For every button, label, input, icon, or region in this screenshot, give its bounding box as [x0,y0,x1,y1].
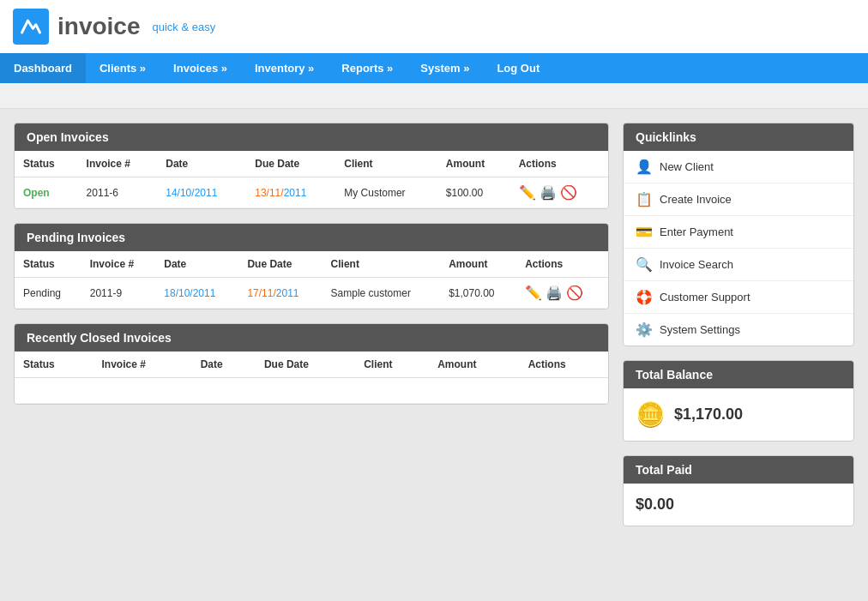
quicklink-enter-payment[interactable]: 💳 Enter Payment [624,216,853,249]
row-invoice-num: 2011-9 [81,278,156,309]
app-name: invoice [57,13,140,40]
closed-invoices-panel: Recently Closed Invoices Status Invoice … [14,323,609,405]
quicklink-invoice-search[interactable]: 🔍 Invoice Search [624,249,853,281]
row-amount: $100.00 [437,177,510,208]
row-client: Sample customer [322,278,441,309]
closed-invoices-table: Status Invoice # Date Due Date Client Am… [15,352,608,404]
row-amount: $1,070.00 [440,278,516,309]
total-paid-header: Total Paid [624,456,853,484]
sub-header-bar [0,83,868,109]
quicklinks-list: 👤 New Client 📋 Create Invoice 💳 Enter Pa… [624,151,853,346]
col-date: Date [157,151,246,177]
coin-icon: 🪙 [636,400,666,429]
edit-icon[interactable]: ✏️ [525,285,542,301]
logo-box [13,9,49,45]
row-date: 18/10/2011 [155,278,238,309]
open-invoices-header: Open Invoices [15,123,608,151]
total-balance-header: Total Balance [624,361,853,388]
col-amount: Amount [437,151,510,177]
nav-clients[interactable]: Clients » [86,53,160,83]
app-header: invoice quick & easy [0,0,868,53]
col-invoice-num: Invoice # [78,151,158,177]
quicklinks-panel: Quicklinks 👤 New Client 📋 Create Invoice… [623,123,854,346]
col-amount: Amount [440,251,516,278]
row-due-date: 13/11/2011 [246,177,335,208]
col-date: Date [155,251,238,278]
open-invoices-table: Status Invoice # Date Due Date Client Am… [15,151,608,208]
print-icon[interactable]: 🖨️ [539,184,557,201]
row-status: Open [15,177,78,208]
row-actions: ✏️ 🖨️ 🚫 [510,177,608,208]
nav-system[interactable]: System » [407,53,483,83]
logo-icon [19,15,43,39]
total-balance-amount: $1,170.00 [674,406,743,424]
table-row: Pending 2011-9 18/10/2011 17/11/2011 Sam… [15,278,608,309]
col-invoice-num: Invoice # [81,251,156,278]
quicklinks-header: Quicklinks [624,123,853,151]
col-amount: Amount [429,352,519,378]
invoice-search-icon: 🔍 [636,256,653,273]
main-nav: Dashboard Clients » Invoices » Inventory… [0,53,868,83]
quicklink-new-client[interactable]: 👤 New Client [624,151,853,183]
col-date: Date [192,352,256,378]
total-paid-panel: Total Paid $0.00 [623,455,854,526]
total-balance-body: 🪙 $1,170.00 [624,388,853,441]
new-client-icon: 👤 [636,159,653,175]
row-client: My Customer [335,177,437,208]
col-status: Status [15,251,81,278]
col-client: Client [355,352,429,378]
col-invoice-num: Invoice # [93,352,191,378]
nav-invoices[interactable]: Invoices » [160,53,241,83]
row-date: 14/10/2011 [157,177,246,208]
col-client: Client [322,251,441,278]
nav-logout[interactable]: Log Out [483,53,553,83]
main-content: Open Invoices Status Invoice # Date Due … [0,109,868,540]
col-due-date: Due Date [256,352,355,378]
col-client: Client [335,151,437,177]
right-column: Quicklinks 👤 New Client 📋 Create Invoice… [623,123,854,526]
total-balance-panel: Total Balance 🪙 $1,170.00 [623,360,854,442]
col-actions: Actions [520,352,608,378]
total-paid-amount: $0.00 [636,496,674,514]
row-invoice-num: 2011-6 [78,177,158,208]
nav-dashboard[interactable]: Dashboard [0,53,86,83]
row-due-date: 17/11/2011 [238,278,322,309]
edit-icon[interactable]: ✏️ [519,184,536,201]
pending-invoices-table: Status Invoice # Date Due Date Client Am… [15,251,608,309]
nav-reports[interactable]: Reports » [328,53,407,83]
nav-inventory[interactable]: Inventory » [241,53,328,83]
customer-support-icon: 🛟 [636,289,653,305]
create-invoice-icon: 📋 [636,191,653,207]
app-tagline: quick & easy [152,21,215,33]
table-row: Open 2011-6 14/10/2011 13/11/2011 My Cus… [15,177,608,208]
col-status: Status [15,352,93,378]
quicklink-customer-support[interactable]: 🛟 Customer Support [624,281,853,314]
closed-invoices-header: Recently Closed Invoices [15,324,608,352]
col-status: Status [15,151,78,177]
col-due-date: Due Date [238,251,322,278]
empty-row [15,378,608,404]
open-invoices-panel: Open Invoices Status Invoice # Date Due … [14,123,609,209]
col-actions: Actions [516,251,608,278]
row-actions: ✏️ 🖨️ 🚫 [516,278,608,309]
total-paid-body: $0.00 [624,484,853,526]
col-due-date: Due Date [246,151,335,177]
delete-icon[interactable]: 🚫 [560,184,577,201]
quicklink-create-invoice[interactable]: 📋 Create Invoice [624,183,853,216]
pending-invoices-panel: Pending Invoices Status Invoice # Date D… [14,223,609,310]
row-status: Pending [15,278,81,309]
col-actions: Actions [510,151,608,177]
print-icon[interactable]: 🖨️ [546,285,563,301]
quicklink-system-settings[interactable]: ⚙️ System Settings [624,314,853,346]
delete-icon[interactable]: 🚫 [566,285,583,301]
enter-payment-icon: 💳 [636,224,653,240]
left-column: Open Invoices Status Invoice # Date Due … [14,123,609,526]
pending-invoices-header: Pending Invoices [15,224,608,251]
system-settings-icon: ⚙️ [636,322,653,338]
